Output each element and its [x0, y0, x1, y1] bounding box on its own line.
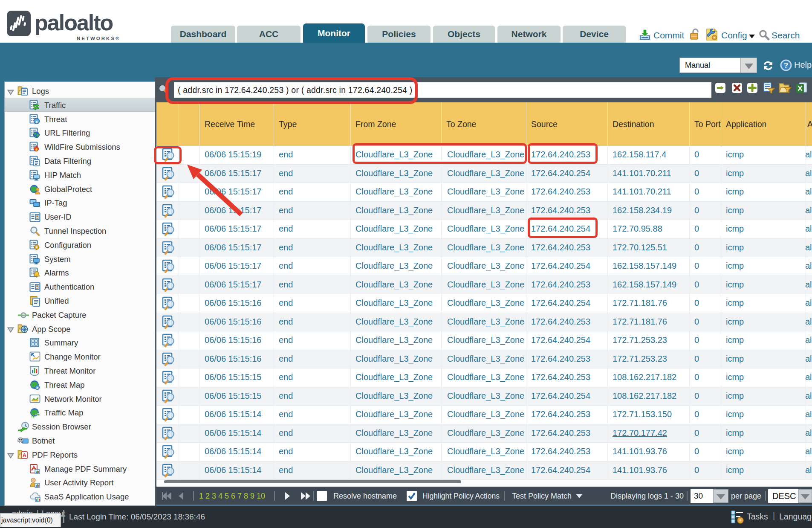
- svg-text:A: A: [23, 452, 27, 458]
- svg-text:?: ?: [784, 61, 788, 70]
- svg-text:x: x: [35, 119, 38, 124]
- svg-text:x: x: [36, 386, 38, 390]
